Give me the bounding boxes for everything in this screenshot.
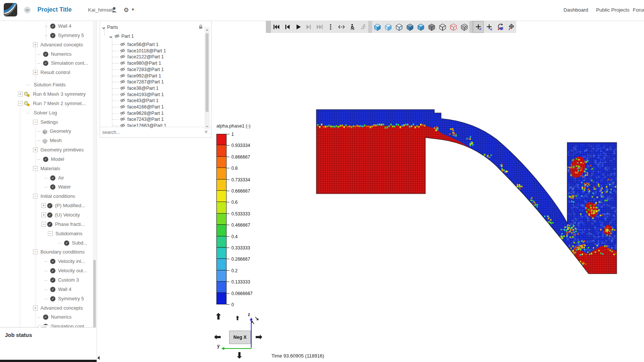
chevron-down-icon[interactable]	[102, 25, 106, 31]
username-label[interactable]: Kai_himself	[88, 7, 114, 13]
expander-plus-icon[interactable]: +	[33, 306, 38, 310]
walk-mode-button[interactable]	[347, 21, 358, 33]
tree-item-solution-fields[interactable]: Solution Fields	[0, 81, 93, 89]
rotate-down-icon[interactable]: ⬇	[236, 352, 243, 360]
rotate-right-icon[interactable]: ➡	[255, 333, 262, 341]
expander-minus-icon[interactable]: −	[41, 222, 46, 227]
render-wireframe-mesh-button[interactable]	[426, 21, 437, 33]
tree-item-velocity-out[interactable]: ✓Velocity out...	[0, 267, 93, 275]
tree-item-result-control[interactable]: +Result control	[0, 68, 93, 77]
eye-off-icon[interactable]	[120, 117, 125, 123]
face-item-face980-part-1[interactable]: face980@Part 1	[100, 60, 205, 66]
tree-item-custom-3[interactable]: ✓Custom 3	[0, 276, 93, 284]
tree-item-model[interactable]: ✓Model	[0, 155, 93, 163]
more-options-button[interactable]	[325, 21, 336, 33]
face-item-face7243-part-1[interactable]: face7243@Part 1	[100, 116, 205, 122]
tree-item-water[interactable]: ✓Water	[0, 183, 93, 191]
expander-plus-icon[interactable]: +	[41, 212, 46, 217]
chevron-down-icon[interactable]: ▼	[131, 7, 135, 12]
expander-plus-icon[interactable]: +	[41, 203, 46, 208]
render-canvas[interactable]	[212, 21, 644, 362]
settings-gear-icon[interactable]: ⚙	[124, 6, 129, 13]
parts-scrollbar[interactable]: ▲ ▼	[205, 28, 209, 129]
lock-icon[interactable]	[198, 24, 203, 31]
tree-item-symmetry-5[interactable]: ✓Symmetry 5	[0, 31, 93, 40]
face-item-face10118-part-1[interactable]: face10118@Part 1	[100, 48, 205, 54]
eye-off-icon[interactable]	[120, 79, 125, 86]
job-panel-drag-handle[interactable]	[38, 325, 50, 329]
pick-point-button[interactable]: P	[473, 21, 484, 33]
sidebar-scrollbar[interactable]	[93, 21, 96, 349]
tree-item-numerics[interactable]: ✓Numerics	[0, 50, 93, 58]
center-on-target-button[interactable]	[505, 21, 516, 33]
project-title[interactable]: Project Title	[37, 6, 72, 13]
tree-item-p-modified[interactable]: +✓(P) Modified...	[0, 202, 93, 210]
nav-forum[interactable]: Forum	[633, 7, 644, 13]
render-translucent-surface-button[interactable]	[383, 21, 394, 33]
tree-item-geometry-primitives[interactable]: +Geometry primitives	[0, 146, 93, 154]
eye-off-icon[interactable]	[120, 42, 125, 48]
face-item-face9628-part-1[interactable]: face9628@Part 1	[100, 110, 205, 116]
tree-item-phase-fracti[interactable]: −✓Phase fracti...	[0, 220, 93, 228]
face-item-face992-part-1[interactable]: face992@Part 1	[100, 73, 205, 79]
expander-minus-icon[interactable]: −	[48, 231, 53, 236]
nav-dashboard[interactable]: Dashboard	[564, 7, 588, 13]
tree-item-subdomains[interactable]: −Subdomains	[0, 230, 93, 238]
collapse-panel-arrow-icon[interactable]	[97, 356, 100, 360]
search-input[interactable]	[101, 128, 198, 136]
eye-off-icon[interactable]	[120, 98, 125, 104]
render-solid-surface-button[interactable]	[372, 21, 383, 33]
clear-search-icon[interactable]: ✕	[204, 129, 208, 135]
tree-item-air[interactable]: ✓Air	[0, 174, 93, 182]
tree-item-advanced-concepts[interactable]: +Advanced concepts	[0, 41, 93, 49]
render-points-button[interactable]	[448, 21, 459, 33]
expander-plus-icon[interactable]: +	[33, 70, 38, 75]
eye-off-icon[interactable]	[120, 111, 125, 117]
face-item-face4193-part-1[interactable]: face4193@Part 1	[100, 92, 205, 98]
tree-item-subd[interactable]: ✓Subd...	[0, 239, 93, 247]
tree-item-numerics[interactable]: ✓Numerics	[0, 313, 93, 321]
fly-mode-button[interactable]	[358, 21, 368, 33]
face-item-face2122-part-1[interactable]: face2122@Part 1	[100, 54, 205, 60]
expander-plus-icon[interactable]: +	[33, 147, 38, 152]
tree-item-initial-conditions[interactable]: −Initial conditions	[0, 192, 93, 200]
tree-item-solver-log[interactable]: Solver Log	[0, 109, 93, 117]
step-back-frame-button[interactable]	[282, 21, 292, 33]
scroll-up-icon[interactable]: ▲	[205, 28, 209, 31]
rotate-left-icon[interactable]: ⬅	[214, 333, 221, 341]
render-mesh-bw-button[interactable]	[459, 21, 470, 33]
expander-minus-icon[interactable]: −	[33, 166, 38, 171]
face-item-face7287-part-1[interactable]: face7287@Part 1	[100, 79, 205, 85]
eye-off-icon[interactable]	[114, 34, 120, 40]
expander-minus-icon[interactable]: −	[18, 101, 23, 106]
face-item-face56-part-1[interactable]: face56@Part 1	[100, 42, 205, 47]
eye-off-icon[interactable]	[120, 54, 125, 61]
rotate-cw-icon[interactable]: ↘	[255, 316, 259, 321]
render-surface-mesh-button[interactable]	[404, 21, 415, 33]
tree-item-velocity-inl[interactable]: ✓Velocity inl...	[0, 257, 93, 266]
tree-item-wall-4[interactable]: ✓Wall 4	[0, 285, 93, 294]
user-icon[interactable]	[111, 6, 118, 15]
face-item-face43-part-1[interactable]: face43@Part 1	[100, 98, 205, 104]
tree-item-settings[interactable]: −Settings	[0, 118, 93, 126]
pick-edge-button[interactable]: E	[484, 21, 495, 33]
face-item-face7283-part-1[interactable]: face7283@Part 1	[100, 67, 205, 73]
parts-root[interactable]: Parts	[100, 24, 205, 30]
rotate-up-icon[interactable]: ⬆	[215, 313, 222, 321]
eye-off-icon[interactable]	[120, 104, 125, 111]
eye-off-icon[interactable]	[120, 61, 125, 67]
tree-item-symmetry-5[interactable]: ✓Symmetry 5	[0, 295, 93, 303]
jump-to-first-frame-button[interactable]	[271, 21, 282, 33]
render-wireframe-button[interactable]	[437, 21, 448, 33]
face-item-face38-part-1[interactable]: face38@Part 1	[100, 85, 205, 91]
eye-off-icon[interactable]	[120, 86, 125, 92]
parts-part-1[interactable]: Part 1	[100, 33, 205, 39]
neg-x-view-button[interactable]: Neg X	[229, 331, 251, 344]
reset-orientation-button[interactable]	[495, 21, 505, 33]
expander-plus-icon[interactable]: +	[18, 92, 23, 96]
tree-item-mesh[interactable]: Mesh	[0, 136, 93, 145]
code-view-button[interactable]	[336, 21, 347, 33]
parts-scrollbar-thumb[interactable]	[206, 33, 209, 112]
eye-off-icon[interactable]	[120, 92, 125, 98]
eye-off-icon[interactable]	[120, 73, 125, 80]
